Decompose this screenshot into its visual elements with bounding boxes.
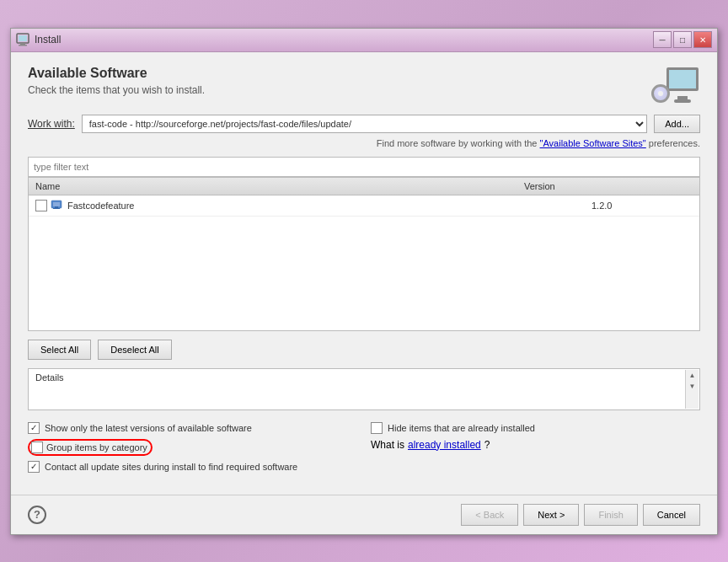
already-installed-suffix: ? (484, 439, 490, 451)
hide-installed-label: Hide items that are already installed (388, 423, 535, 433)
options-two-col: Show only the latest versions of availab… (28, 422, 700, 478)
window-title: Install (35, 34, 61, 45)
header-text: Available Software Check the items that … (28, 66, 205, 106)
next-button[interactable]: Next > (523, 504, 579, 526)
feature-icon (51, 199, 64, 212)
software-table: Name Version Fastcodefeature (28, 177, 700, 331)
install-icon (16, 33, 29, 46)
selection-buttons: Select All Deselect All (28, 340, 700, 360)
work-with-label: Work with: (28, 118, 75, 130)
add-button[interactable]: Add... (654, 115, 700, 133)
group-by-category-circled: Group items by category (28, 439, 153, 456)
monitor-screen (666, 67, 699, 91)
cd-disc-icon (651, 84, 670, 103)
already-installed-link[interactable]: already installed (408, 439, 481, 451)
group-by-category-option: Group items by category (28, 439, 357, 456)
title-bar: Install ─ □ ✕ (11, 29, 717, 52)
show-latest-checkbox[interactable] (28, 422, 40, 434)
deselect-all-button[interactable]: Deselect All (98, 340, 171, 360)
maximize-button[interactable]: □ (673, 31, 692, 48)
version-column-header: Version (524, 181, 625, 191)
header-row: Available Software Check the items that … (28, 66, 700, 108)
already-installed-prefix: What is (371, 439, 404, 451)
svg-rect-5 (53, 202, 60, 206)
software-sites-row: Find more software by working with the "… (28, 138, 700, 148)
feature-version: 1.2.0 (592, 201, 693, 211)
group-by-category-label: Group items by category (46, 442, 147, 452)
hide-installed-option: Hide items that are already installed (371, 422, 700, 434)
software-sites-prefix: Find more software by working with the (377, 138, 538, 148)
work-with-row: Work with: fast-code - http://sourceforg… (28, 115, 700, 133)
svg-rect-7 (53, 208, 60, 209)
title-bar-buttons: ─ □ ✕ (653, 31, 712, 48)
scroll-down-arrow[interactable]: ▼ (689, 381, 696, 392)
table-body: Fastcodefeature 1.2.0 (29, 195, 699, 330)
extra-column-header (625, 181, 693, 191)
table-row: Fastcodefeature 1.2.0 (29, 195, 699, 217)
footer-left: ? (28, 506, 46, 524)
cd-center (658, 91, 663, 96)
close-button[interactable]: ✕ (693, 31, 712, 48)
hide-installed-checkbox[interactable] (371, 422, 383, 434)
row-checkbox[interactable] (35, 200, 47, 211)
footer-buttons: < Back Next > Finish Cancel (461, 504, 700, 526)
group-by-category-checkbox[interactable] (31, 442, 43, 453)
help-button[interactable]: ? (28, 506, 46, 524)
page-subtitle: Check the items that you wish to install… (28, 84, 205, 96)
page-title: Available Software (28, 66, 205, 81)
details-label: Details (35, 372, 693, 383)
table-header: Name Version (29, 178, 699, 195)
cancel-button[interactable]: Cancel (643, 504, 700, 526)
svg-rect-2 (20, 43, 25, 45)
details-scrollbar[interactable]: ▲ ▼ (685, 370, 699, 409)
monitor-base (674, 99, 691, 103)
feature-name: Fastcodefeature (67, 201, 592, 211)
options-section: Show only the latest versions of availab… (28, 419, 700, 481)
svg-rect-6 (55, 206, 58, 208)
contact-sites-option: Contact all update sites during install … (28, 461, 357, 473)
back-button[interactable]: < Back (461, 504, 518, 526)
filter-input[interactable] (28, 157, 700, 177)
show-latest-option: Show only the latest versions of availab… (28, 422, 357, 434)
install-window: Install ─ □ ✕ Available Software Check t… (10, 28, 718, 535)
svg-rect-1 (19, 35, 27, 41)
contact-sites-checkbox[interactable] (28, 461, 40, 473)
software-sites-suffix: preferences. (649, 138, 700, 148)
scroll-up-arrow[interactable]: ▲ (689, 370, 696, 381)
monitor-stand (677, 96, 688, 99)
options-right-col: Hide items that are already installed Wh… (371, 422, 700, 478)
svg-rect-3 (19, 45, 27, 46)
details-section: Details ▲ ▼ (28, 368, 700, 410)
finish-button[interactable]: Finish (584, 504, 637, 526)
show-latest-label: Show only the latest versions of availab… (45, 423, 252, 433)
contact-sites-label: Contact all update sites during install … (45, 462, 297, 472)
title-bar-left: Install (16, 33, 61, 46)
monitor-cd-icon (651, 67, 699, 106)
select-all-button[interactable]: Select All (28, 340, 91, 360)
header-icon-area (650, 66, 700, 108)
content-area: Available Software Check the items that … (11, 52, 717, 495)
name-column-header: Name (35, 181, 524, 191)
footer: ? < Back Next > Finish Cancel (11, 495, 717, 534)
already-installed-row: What is already installed ? (371, 439, 700, 451)
available-software-sites-link[interactable]: "Available Software Sites" (540, 138, 646, 148)
options-left-col: Show only the latest versions of availab… (28, 422, 357, 478)
work-with-dropdown[interactable]: fast-code - http://sourceforge.net/proje… (82, 115, 647, 133)
minimize-button[interactable]: ─ (653, 31, 672, 48)
